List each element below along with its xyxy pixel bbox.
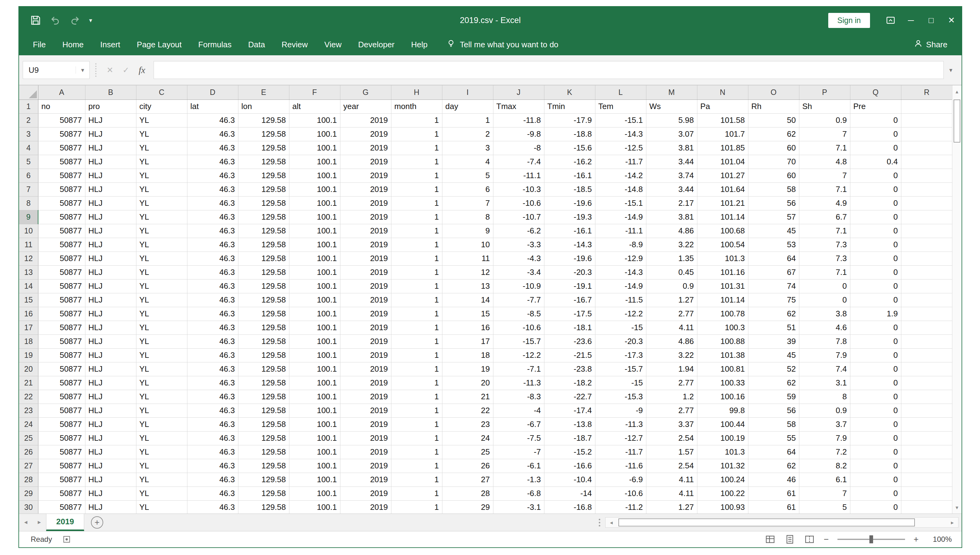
cell-J12[interactable]: -4.3 [493,252,544,265]
cell-D26[interactable]: 46.3 [187,445,238,459]
row-header-5[interactable]: 5 [19,155,38,168]
cell-M15[interactable]: 1.27 [646,293,697,307]
cell-N23[interactable]: 99.8 [697,404,748,417]
cell-H22[interactable]: 1 [391,390,442,404]
cell-C20[interactable]: YL [136,362,187,376]
cell-L15[interactable]: -11.5 [595,293,646,307]
cell-D24[interactable]: 46.3 [187,417,238,431]
cell-K19[interactable]: -21.5 [544,348,595,362]
cell-K3[interactable]: -18.8 [544,127,595,141]
cell-A22[interactable]: 50877 [38,390,85,404]
cell-R26[interactable] [901,445,952,459]
cell-N17[interactable]: 100.3 [697,321,748,334]
cell-P23[interactable]: 0.9 [799,404,850,417]
cell-A23[interactable]: 50877 [38,404,85,417]
cell-A27[interactable]: 50877 [38,459,85,473]
column-header-C[interactable]: C [136,85,187,99]
cell-Q12[interactable]: 0 [850,252,901,265]
page-break-preview-icon[interactable] [804,534,815,545]
cell-B15[interactable]: HLJ [85,293,136,307]
cell-L23[interactable]: -9 [595,404,646,417]
cell-M12[interactable]: 1.35 [646,252,697,265]
cell-K20[interactable]: -23.8 [544,362,595,376]
cell-B30[interactable]: HLJ [85,500,136,513]
cell-R8[interactable] [901,196,952,210]
cell-D9[interactable]: 46.3 [187,210,238,224]
tab-home[interactable]: Home [54,34,92,55]
cell-J9[interactable]: -10.7 [493,210,544,224]
cell-J18[interactable]: -15.7 [493,334,544,348]
cell-G2[interactable]: 2019 [340,113,391,127]
row-header-26[interactable]: 26 [19,445,38,459]
formula-bar-expand-icon[interactable]: ▾ [944,66,958,74]
cell-J27[interactable]: -6.1 [493,459,544,473]
cell-L8[interactable]: -15.1 [595,196,646,210]
cell-K12[interactable]: -19.6 [544,252,595,265]
cell-A25[interactable]: 50877 [38,431,85,445]
cell-L20[interactable]: -15.7 [595,362,646,376]
cell-C27[interactable]: YL [136,459,187,473]
cell-L13[interactable]: -14.3 [595,265,646,279]
cell-K17[interactable]: -18.1 [544,321,595,334]
cell-B29[interactable]: HLJ [85,486,136,500]
cell-P30[interactable]: 5 [799,500,850,513]
new-sheet-button[interactable]: + [91,516,103,529]
column-header-H[interactable]: H [391,85,442,99]
cell-F4[interactable]: 100.1 [289,141,340,155]
cell-A1[interactable]: no [38,99,85,113]
cell-L3[interactable]: -14.3 [595,127,646,141]
cancel-icon[interactable]: ✕ [102,66,118,75]
row-header-25[interactable]: 25 [19,431,38,445]
cell-P8[interactable]: 4.9 [799,196,850,210]
cell-O24[interactable]: 58 [748,417,799,431]
tab-page-layout[interactable]: Page Layout [128,34,190,55]
cell-N24[interactable]: 100.44 [697,417,748,431]
vertical-scrollbar[interactable]: ▲ ▼ [952,85,962,513]
cell-D18[interactable]: 46.3 [187,334,238,348]
cell-K22[interactable]: -22.7 [544,390,595,404]
cell-K29[interactable]: -14 [544,486,595,500]
row-header-17[interactable]: 17 [19,321,38,334]
cell-P4[interactable]: 7.1 [799,141,850,155]
cell-D30[interactable]: 46.3 [187,500,238,513]
cell-H14[interactable]: 1 [391,279,442,293]
cell-E21[interactable]: 129.58 [238,376,289,390]
cell-R25[interactable] [901,431,952,445]
cell-A18[interactable]: 50877 [38,334,85,348]
cell-I5[interactable]: 4 [442,155,493,168]
cell-B6[interactable]: HLJ [85,168,136,183]
cell-Q22[interactable]: 0 [850,390,901,404]
cell-C9[interactable]: YL [136,210,187,224]
cell-M28[interactable]: 4.11 [646,473,697,486]
cell-P9[interactable]: 6.7 [799,210,850,224]
cell-F2[interactable]: 100.1 [289,113,340,127]
cell-A11[interactable]: 50877 [38,238,85,252]
cell-N10[interactable]: 100.68 [697,224,748,238]
row-header-12[interactable]: 12 [19,252,38,265]
cell-E19[interactable]: 129.58 [238,348,289,362]
cell-J20[interactable]: -7.1 [493,362,544,376]
cell-I8[interactable]: 7 [442,196,493,210]
cell-N9[interactable]: 101.14 [697,210,748,224]
cell-C26[interactable]: YL [136,445,187,459]
cell-R23[interactable] [901,404,952,417]
cell-J30[interactable]: -3.1 [493,500,544,513]
cell-M27[interactable]: 2.54 [646,459,697,473]
cell-L29[interactable]: -10.6 [595,486,646,500]
cell-J10[interactable]: -6.2 [493,224,544,238]
cell-K7[interactable]: -18.5 [544,183,595,196]
cell-O13[interactable]: 67 [748,265,799,279]
cell-B28[interactable]: HLJ [85,473,136,486]
tab-scroll-splitter[interactable] [599,519,600,526]
cell-K9[interactable]: -19.3 [544,210,595,224]
cell-E7[interactable]: 129.58 [238,183,289,196]
cell-O22[interactable]: 59 [748,390,799,404]
cell-C8[interactable]: YL [136,196,187,210]
cell-H23[interactable]: 1 [391,404,442,417]
cell-C23[interactable]: YL [136,404,187,417]
cell-Q3[interactable]: 0 [850,127,901,141]
enter-icon[interactable]: ✓ [118,66,134,75]
cell-E5[interactable]: 129.58 [238,155,289,168]
cell-K28[interactable]: -10.4 [544,473,595,486]
cell-N22[interactable]: 100.16 [697,390,748,404]
